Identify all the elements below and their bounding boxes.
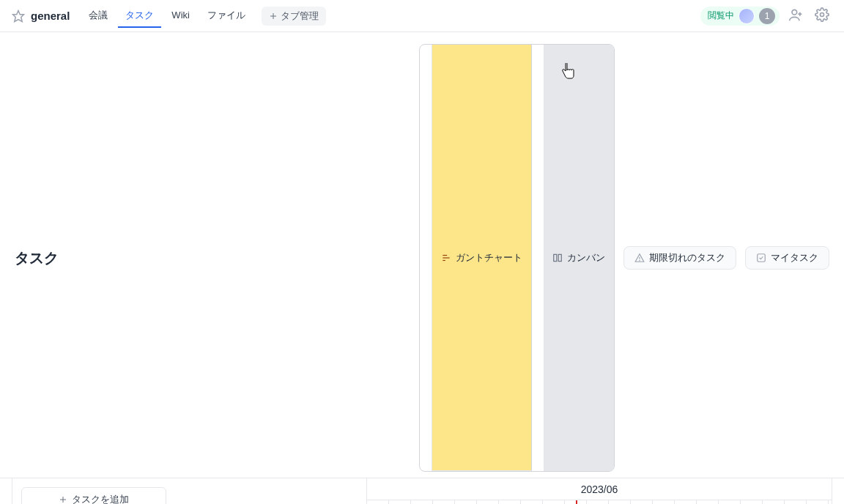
gantt-view-button[interactable]: ガントチャート [432, 45, 532, 471]
app-header: general 会議 タスク Wiki ファイル タブ管理 閲覧中 1 [0, 0, 844, 32]
timeline-day-header: 6火7水8木9金10土11日12月13火14水15木16金17土18日19月20… [367, 500, 832, 504]
svg-point-6 [821, 13, 824, 17]
day-cell: 6火 [367, 500, 389, 504]
timeline-month: 2023/06 [367, 478, 832, 500]
add-task-label: タスクを追加 [72, 493, 129, 504]
today-marker [576, 500, 577, 504]
day-cell: 27火 [829, 500, 832, 504]
day-cell: 8木 [411, 500, 433, 504]
gantt-left-pane: タスクを追加 タスク « 担当 開始日 期日 未対応契約書締結2023/06/1… [12, 478, 367, 504]
day-cell: 7水 [389, 500, 411, 504]
day-cell: 10土 [455, 500, 477, 504]
plus-icon [269, 12, 278, 21]
svg-rect-11 [558, 254, 561, 261]
gantt-view-label: ガントチャート [456, 251, 522, 264]
add-task-button[interactable]: タスクを追加 [21, 487, 166, 504]
tab-manage-label: タブ管理 [281, 10, 319, 23]
view-toggle: ガントチャート カンバン [419, 44, 615, 472]
svg-rect-10 [554, 254, 557, 261]
gear-icon[interactable] [812, 4, 832, 27]
tab-task[interactable]: タスク [118, 4, 161, 28]
day-cell: 23金 [741, 500, 763, 504]
day-cell: 9金 [433, 500, 455, 504]
day-cell: 24土 [763, 500, 785, 504]
day-cell: 21水 [697, 500, 719, 504]
overdue-tasks-label: 期限切れのタスク [649, 251, 725, 264]
page-toolbar: タスク ガントチャート カンバン 期限切れのタスク マイタスク [0, 32, 844, 478]
overdue-tasks-button[interactable]: 期限切れのタスク [623, 246, 736, 270]
gantt-panel: タスクを追加 タスク « 担当 開始日 期日 未対応契約書締結2023/06/1… [12, 478, 832, 504]
plus-icon [59, 495, 67, 504]
warning-icon [634, 253, 645, 263]
tab-manage-button[interactable]: タブ管理 [262, 7, 326, 26]
checkbox-icon [756, 253, 766, 263]
day-cell: 14水 [543, 500, 565, 504]
mytask-label: マイタスク [771, 251, 818, 264]
day-cell: 26月 [807, 500, 829, 504]
gantt-icon [441, 253, 451, 263]
day-cell: 17土 [609, 500, 631, 504]
gantt-timeline-pane[interactable]: 2023/06 6火7水8木9金10土11日12月13火14水15木16金17土… [367, 478, 832, 504]
kanban-view-button[interactable]: カンバン [544, 45, 614, 471]
day-cell: 16金 [587, 500, 609, 504]
avatar [738, 8, 755, 24]
day-cell: 11日 [477, 500, 499, 504]
day-cell: 20火 [675, 500, 697, 504]
star-icon[interactable] [12, 10, 25, 23]
svg-point-13 [640, 260, 640, 261]
header-tabs: 会議 タスク Wiki ファイル タブ管理 [81, 4, 326, 28]
day-cell: 25日 [785, 500, 807, 504]
presence-count: 1 [759, 8, 775, 24]
kanban-view-label: カンバン [567, 251, 605, 264]
tab-wiki[interactable]: Wiki [164, 5, 197, 26]
mytask-button[interactable]: マイタスク [745, 246, 829, 270]
presence-pill[interactable]: 閲覧中 1 [700, 7, 780, 26]
channel-title: general [31, 10, 70, 22]
page-title: タスク [15, 248, 59, 268]
svg-point-3 [792, 10, 797, 15]
column-icon [552, 253, 563, 263]
day-cell: 22木 [719, 500, 741, 504]
day-cell: 19月 [653, 500, 675, 504]
presence-label: 閲覧中 [708, 10, 734, 22]
day-cell: 12月 [499, 500, 521, 504]
add-member-icon[interactable] [785, 4, 806, 27]
day-cell: 18日 [631, 500, 653, 504]
day-cell: 13火 [521, 500, 543, 504]
tab-meeting[interactable]: 会議 [81, 4, 115, 28]
svg-rect-14 [758, 254, 766, 262]
svg-marker-0 [13, 10, 24, 21]
tab-file[interactable]: ファイル [200, 4, 253, 28]
